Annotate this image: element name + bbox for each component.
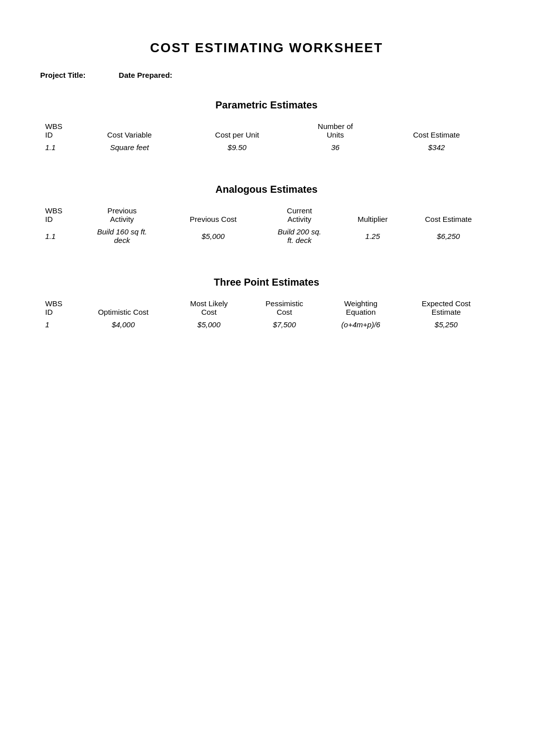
tp-most-likely: $5,000 [171,318,246,331]
three-point-table: WBS ID Optimistic Cost Most LikelyCost P… [40,297,493,331]
three-point-section-title: Three Point Estimates [40,277,493,288]
three-point-header-row: WBS ID Optimistic Cost Most LikelyCost P… [40,297,493,318]
tp-pessimistic: $7,500 [246,318,322,331]
tp-weighting: (o+4m+p)/6 [322,318,399,331]
tp-col-expected: Expected CostEstimate [399,297,493,318]
param-number-of-units: 36 [291,141,380,154]
param-cost-estimate: $342 [380,141,493,154]
analog-wbsid: 1.1 [40,225,75,246]
tp-wbsid: 1 [40,318,75,331]
parametric-header-row: WBS ID Cost Variable Cost per Unit Numbe… [40,120,493,141]
three-point-estimates-section: Three Point Estimates WBS ID Optimistic … [40,277,493,331]
analog-col-curr-activity: CurrentActivity [257,204,341,225]
param-col-number-of-units: Number ofUnits [291,120,380,141]
param-col-cost-variable: Cost Variable [75,120,184,141]
project-info: Project Title: Date Prepared: [40,71,493,79]
tp-expected: $5,250 [399,318,493,331]
analog-curr-activity: Build 200 sq.ft. deck [257,225,341,246]
param-col-wbsid: WBS ID [40,120,75,141]
analog-col-cost-estimate: Cost Estimate [404,204,493,225]
table-row: 1.1 Build 160 sq ft.deck $5,000 Build 20… [40,225,493,246]
analogous-section-title: Analogous Estimates [40,184,493,195]
analog-col-wbsid: WBS ID [40,204,75,225]
parametric-estimates-section: Parametric Estimates WBS ID Cost Variabl… [40,99,493,154]
page-title: COST ESTIMATING WORKSHEET [40,40,493,56]
tp-col-wbsid: WBS ID [40,297,75,318]
parametric-table: WBS ID Cost Variable Cost per Unit Numbe… [40,120,493,154]
table-row: 1 $4,000 $5,000 $7,500 (o+4m+p)/6 $5,250 [40,318,493,331]
param-cost-per-unit: $9.50 [184,141,291,154]
tp-col-most-likely: Most LikelyCost [171,297,246,318]
table-row: 1.1 Square feet $9.50 36 $342 [40,141,493,154]
tp-optimistic: $4,000 [75,318,171,331]
analog-col-prev-activity: PreviousActivity [75,204,169,225]
analogous-header-row: WBS ID PreviousActivity Previous Cost Cu… [40,204,493,225]
param-col-cost-per-unit: Cost per Unit [184,120,291,141]
date-prepared-field: Date Prepared: [119,71,176,79]
analogous-table: WBS ID PreviousActivity Previous Cost Cu… [40,204,493,246]
tp-col-optimistic: Optimistic Cost [75,297,171,318]
tp-col-pessimistic: PessimisticCost [246,297,322,318]
param-wbsid: 1.1 [40,141,75,154]
analog-prev-activity: Build 160 sq ft.deck [75,225,169,246]
project-title-field: Project Title: [40,71,89,79]
analog-col-prev-cost: Previous Cost [169,204,257,225]
project-title-label: Project Title: [40,71,86,79]
analog-multiplier: 1.25 [341,225,404,246]
analogous-estimates-section: Analogous Estimates WBS ID PreviousActiv… [40,184,493,246]
analog-prev-cost: $5,000 [169,225,257,246]
analog-cost-estimate: $6,250 [404,225,493,246]
param-col-cost-estimate: Cost Estimate [380,120,493,141]
parametric-section-title: Parametric Estimates [40,99,493,111]
analog-col-multiplier: Multiplier [341,204,404,225]
date-prepared-label: Date Prepared: [119,71,173,79]
tp-col-weighting: WeightingEquation [322,297,399,318]
param-cost-variable: Square feet [75,141,184,154]
